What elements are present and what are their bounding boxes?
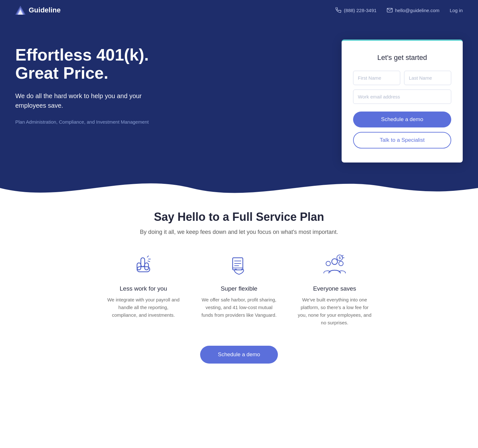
hero-subtitle: We do all the hard work to help you and …: [15, 91, 149, 110]
flexible-icon: [226, 253, 252, 279]
phone-icon: [336, 7, 341, 13]
svg-line-10: [148, 261, 150, 262]
feature-everyone-saves-desc: We've built everything into one platform…: [296, 296, 373, 327]
first-name-input[interactable]: [353, 71, 400, 85]
phone-contact: (888) 228-3491: [336, 7, 377, 13]
login-link[interactable]: Log in: [450, 8, 463, 13]
navbar: Guideline (888) 228-3491 hello@guideline…: [0, 0, 478, 20]
features-title: Say Hello to a Full Service Plan: [15, 210, 463, 224]
last-name-input[interactable]: [404, 71, 451, 85]
feature-less-work: Less work for you We integrate with your…: [105, 253, 182, 327]
features-grid: Less work for you We integrate with your…: [15, 253, 463, 327]
hero-section: Effortless 401(k).Great Price. We do all…: [0, 20, 478, 201]
email-contact: hello@guideline.com: [387, 8, 439, 13]
svg-text:$: $: [339, 256, 341, 260]
svg-point-16: [332, 259, 337, 264]
hero-wave: [0, 169, 478, 201]
hero-title: Effortless 401(k).Great Price.: [15, 46, 149, 82]
email-icon: [387, 8, 393, 12]
features-section: Say Hello to a Full Service Plan By doin…: [0, 201, 478, 383]
logo-text: Guideline: [29, 6, 61, 14]
feature-flexible-title: Super flexible: [201, 285, 277, 292]
svg-point-17: [326, 261, 330, 266]
less-work-icon: [131, 253, 156, 279]
svg-point-18: [339, 261, 343, 266]
hero-content: Effortless 401(k).Great Price. We do all…: [15, 40, 149, 125]
signup-form-card: Let's get started Schedule a demo Talk t…: [342, 40, 463, 163]
feature-less-work-title: Less work for you: [105, 285, 182, 292]
form-title: Let's get started: [353, 54, 451, 62]
phone-number: (888) 228-3491: [344, 8, 377, 13]
nav-right: (888) 228-3491 hello@guideline.com Log i…: [336, 7, 463, 13]
logo[interactable]: Guideline: [15, 6, 61, 15]
features-subtitle: By doing it all, we keep fees down and l…: [15, 229, 463, 235]
svg-line-8: [147, 256, 148, 257]
features-schedule-demo-button[interactable]: Schedule a demo: [200, 346, 278, 364]
email-input[interactable]: [353, 90, 451, 104]
feature-flexible: Super flexible We offer safe harbor, pro…: [201, 253, 277, 327]
email-address: hello@guideline.com: [395, 8, 439, 13]
name-row: [353, 71, 451, 85]
svg-rect-4: [141, 258, 145, 267]
everyone-saves-icon: $: [322, 253, 347, 279]
feature-everyone-saves: $ Everyone saves We've built everything …: [296, 253, 373, 327]
hero-tagline: Plan Administration, Compliance, and Inv…: [15, 119, 149, 125]
feature-flexible-desc: We offer safe harbor, profit sharing, ve…: [201, 296, 277, 319]
feature-everyone-saves-title: Everyone saves: [296, 285, 373, 292]
feature-less-work-desc: We integrate with your payroll and handl…: [105, 296, 182, 319]
schedule-demo-button[interactable]: Schedule a demo: [353, 112, 451, 127]
logo-icon: [15, 6, 25, 15]
talk-specialist-button[interactable]: Talk to a Specialist: [353, 132, 451, 148]
